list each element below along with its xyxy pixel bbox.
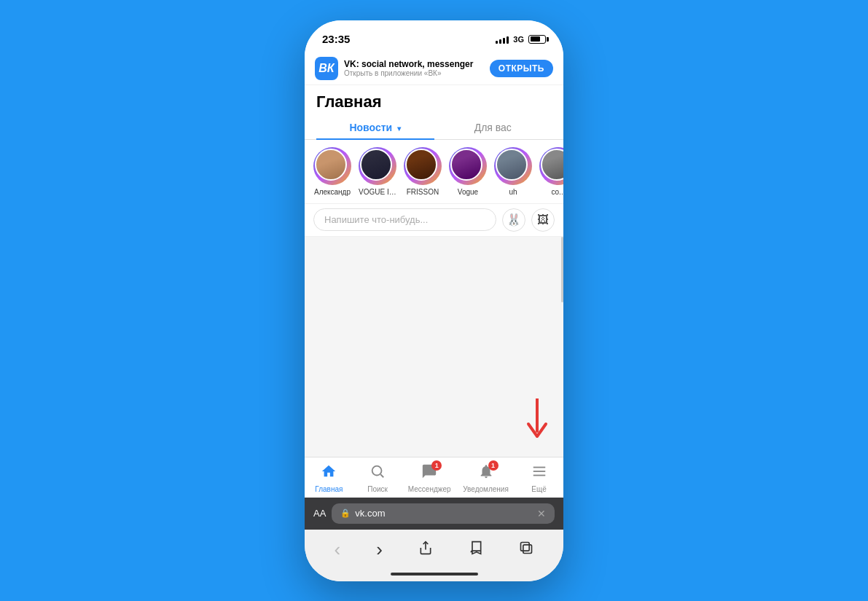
app-banner-title: VK: social network, messenger [344, 59, 484, 69]
story-item-frisson[interactable]: FRISSON [404, 147, 442, 196]
story-item-vogue2[interactable]: Vogue [449, 147, 487, 196]
story-label-aleksandr: Александр [314, 188, 351, 196]
status-icons: 3G [496, 35, 546, 44]
story-label-frisson: FRISSON [407, 188, 439, 196]
red-arrow-indicator [525, 398, 549, 442]
story-avatar-wrapper-vogue [359, 147, 396, 185]
back-button[interactable]: ‹ [332, 535, 344, 564]
signal-bars-icon [496, 35, 509, 44]
story-avatar-wrapper [313, 147, 351, 185]
url-bar[interactable]: 🔒 vk.com ✕ [332, 503, 555, 524]
nav-label-home: Главная [315, 485, 343, 493]
main-content: Главная Новости ▾ Для вас Александр [305, 85, 563, 457]
post-input-field[interactable]: Напишите что-нибудь... [313, 208, 496, 231]
story-item-vogue[interactable]: VOGUE IS ... [359, 147, 396, 196]
tabs-bar: Новости ▾ Для вас [305, 116, 563, 140]
aa-label[interactable]: AA [313, 508, 326, 519]
feed-area [305, 237, 563, 457]
bookmarks-button[interactable] [466, 538, 486, 562]
story-avatar-wrapper-cut [539, 147, 563, 185]
nav-label-messenger: Мессенджер [408, 485, 451, 493]
nav-item-more[interactable]: Ещё [521, 463, 558, 493]
story-avatar-cut [541, 149, 563, 181]
url-text: vk.com [355, 508, 385, 519]
open-in-app-button[interactable]: ОТКРЫТЬ [490, 60, 553, 77]
bottom-nav: Главная Поиск 1 Мессенджер 1 Уведомления [305, 457, 563, 498]
search-icon [370, 463, 386, 484]
more-icon [531, 463, 547, 484]
nav-label-search: Поиск [367, 485, 388, 493]
app-banner: ВК VK: social network, messenger Открыть… [305, 52, 563, 85]
story-label-vogue2: Vogue [458, 188, 478, 196]
scroll-indicator [561, 237, 563, 303]
tab-news[interactable]: Новости ▾ [316, 116, 434, 139]
network-indicator: 3G [513, 35, 524, 44]
svg-rect-8 [523, 544, 532, 553]
story-item-cut[interactable]: co... [539, 147, 563, 196]
messenger-badge: 1 [431, 460, 442, 471]
status-bar: 23:35 3G [305, 20, 563, 52]
story-avatar-vogue [360, 149, 392, 181]
emoji-button[interactable]: 🐰 [502, 208, 525, 232]
svg-rect-7 [521, 542, 530, 551]
nav-item-home[interactable]: Главная [310, 463, 347, 493]
chevron-down-icon: ▾ [397, 125, 401, 133]
svg-point-1 [372, 466, 382, 475]
post-input-row: Напишите что-нибудь... 🐰 🖼 [305, 203, 563, 237]
bell-icon: 1 [478, 463, 494, 484]
stories-row: Александр VOGUE IS ... FRISSON Vogue [305, 140, 563, 203]
browser-controls: ‹ › [305, 530, 563, 570]
browser-bar: AA 🔒 vk.com ✕ [305, 498, 563, 530]
tabs-button[interactable] [516, 538, 536, 562]
story-avatar-aleksandr [315, 149, 347, 181]
nav-label-notifications: Уведомления [463, 485, 509, 493]
story-avatar-wrapper-vogue2 [449, 147, 487, 185]
story-label-uh: uh [509, 188, 517, 196]
clear-url-button[interactable]: ✕ [537, 508, 546, 519]
story-avatar-uh [496, 149, 528, 181]
page-title: Главная [305, 85, 563, 116]
story-avatar-wrapper-frisson [404, 147, 442, 185]
photo-button[interactable]: 🖼 [531, 208, 555, 232]
nav-item-search[interactable]: Поиск [359, 463, 396, 493]
nav-item-messenger[interactable]: 1 Мессенджер [408, 463, 451, 493]
story-label-cut: co... [552, 188, 563, 196]
nav-item-notifications[interactable]: 1 Уведомления [463, 463, 509, 493]
forward-button[interactable]: › [373, 535, 386, 564]
lock-icon: 🔒 [340, 508, 351, 518]
status-time: 23:35 [322, 33, 350, 45]
home-icon [321, 463, 337, 484]
story-avatar-frisson [405, 149, 437, 181]
app-banner-subtitle: Открыть в приложении «ВК» [344, 69, 484, 77]
phone-shell: 23:35 3G ВК VK: social network, messenge… [305, 20, 563, 581]
story-item-uh[interactable]: uh [494, 147, 532, 196]
story-item-aleksandr[interactable]: Александр [313, 147, 351, 196]
messenger-icon: 1 [421, 463, 437, 484]
app-banner-text: VK: social network, messenger Открыть в … [344, 59, 484, 77]
share-button[interactable] [415, 538, 436, 562]
vk-logo-icon: ВК [315, 57, 338, 80]
battery-icon [528, 35, 546, 44]
svg-line-2 [380, 474, 383, 477]
home-bar [391, 573, 478, 576]
story-avatar-vogue2 [450, 149, 482, 181]
story-avatar-wrapper-uh [494, 147, 532, 185]
story-label-vogue: VOGUE IS ... [359, 188, 396, 196]
home-indicator [305, 570, 563, 581]
notifications-badge: 1 [488, 460, 498, 471]
nav-label-more: Ещё [531, 485, 546, 493]
tab-for-you[interactable]: Для вас [434, 116, 552, 139]
